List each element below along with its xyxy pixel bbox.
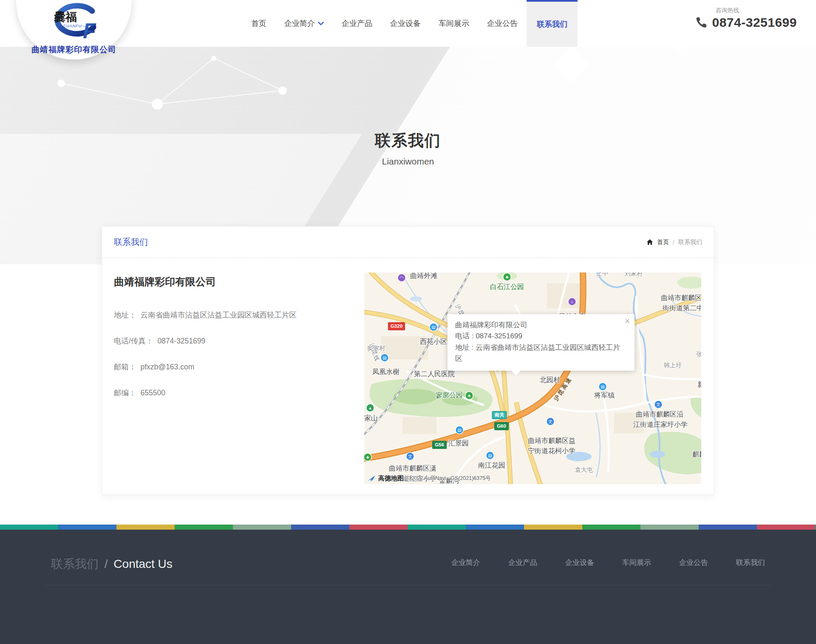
map-label: 汇景园 [448, 439, 469, 448]
contact-row-label: 电话/传真： [114, 337, 153, 345]
nav-item-label: 车间展示 [439, 18, 469, 28]
home-icon [646, 239, 653, 245]
map-label: 西苑小区 [420, 338, 447, 346]
map[interactable]: ◠⌂♣♣♣▲▤▤▤▤▤文文文 曲靖外滩白石江公园居然之家曲靖市麒麟区街街道第二中… [364, 272, 701, 484]
main-nav: 首页企业简介企业产品企业设备车间展示企业公告联系我们 [242, 0, 578, 47]
footer-link-企业设备[interactable]: 企业设备 [565, 558, 594, 567]
map-label: 麒麟 [692, 450, 701, 459]
map-label: 韩上圩 [664, 362, 682, 369]
nav-item-label: 企业公告 [487, 18, 518, 28]
map-label: 北园村 [540, 376, 560, 384]
contact-rows: 地址：云南省曲靖市沾益区沾益工业园区城西轻工片区电话/传真：0874-32516… [114, 310, 347, 398]
nav-item-企业简介[interactable]: 企业简介 [275, 0, 333, 47]
nav-item-企业设备[interactable]: 企业设备 [381, 0, 430, 47]
tree-icon: ♣ [504, 273, 511, 281]
amap-brand: 高德地图 [378, 474, 404, 482]
map-label: 宁街道花柯小学 [528, 447, 575, 455]
tree-icon: ♣ [364, 454, 371, 461]
map-attribution: 高德地图 © 2022 AutoNavi - GS(2021)6375号 [367, 474, 491, 483]
contact-info: 曲靖福牌彩印有限公司 地址：云南省曲靖市沾益区沾益工业园区城西轻工片区电话/传真… [114, 272, 364, 484]
nav-item-企业产品[interactable]: 企业产品 [333, 0, 381, 47]
tree-icon: ♣ [466, 392, 473, 399]
footer-link-企业简介[interactable]: 企业简介 [451, 558, 480, 567]
nav-item-label: 首页 [251, 18, 266, 28]
footer: 联系我们 / Contact Us 企业简介企业产品企业设备车间展示企业公告联系… [0, 530, 816, 644]
school-icon: 文 [547, 418, 554, 425]
amap-logo-icon [367, 474, 376, 483]
info-window-title: 曲靖福牌彩印有限公司 [455, 320, 627, 331]
nav-item-首页[interactable]: 首页 [242, 0, 275, 47]
bridge-icon: ◠ [398, 274, 405, 281]
map-label: G60 [494, 422, 509, 430]
footer-link-企业产品[interactable]: 企业产品 [508, 558, 537, 567]
map-label: 张 [696, 351, 701, 358]
contact-row-label: 地址： [114, 311, 136, 319]
building-icon: ▤ [456, 426, 463, 434]
map-label: 曲靖外滩 [410, 272, 437, 280]
card-header: 联系我们 首页 / 联系我们 [102, 227, 714, 258]
nav-item-label: 联系我们 [537, 19, 567, 29]
footer-link-企业公告[interactable]: 企业公告 [679, 558, 708, 567]
map-label: 第二人民医院 [414, 370, 455, 378]
logo[interactable]: 爨福 —CUANFU— F 曲靖福牌彩印有限公司 [16, 0, 132, 60]
footer-title: 联系我们 / Contact Us [51, 556, 173, 572]
page-title: 联系我们 [0, 130, 816, 151]
map-info-window: × 曲靖福牌彩印有限公司 电话 : 0874-3251699 地址 : 云南省曲… [448, 314, 635, 371]
chevron-down-icon [318, 22, 324, 26]
contact-row-value: 云南省曲靖市沾益区沾益工业园区城西轻工片区 [141, 311, 297, 319]
svg-text:F: F [83, 19, 96, 43]
breadcrumb-home[interactable]: 首页 [657, 238, 669, 246]
hotline-label: 咨询热线 [715, 7, 797, 14]
logo-mark-icon: 爨福 —CUANFU— F [42, 3, 106, 43]
map-label: 曲靖市麒麟区 [661, 294, 701, 302]
footer-title-en: Contact Us [113, 557, 173, 570]
hotline-phone[interactable]: 0874-3251699 [712, 15, 797, 30]
map-label: 江街道庄家圩小学 [633, 420, 688, 429]
contact-row-label: 邮箱： [114, 363, 136, 371]
info-window-phone: 电话 : 0874-3251699 [455, 331, 627, 342]
footer-title-zh: 联系我们 [51, 557, 99, 570]
map-label: 刘家村 [625, 272, 643, 278]
contact-row-value: pfxzb@163.com [141, 363, 195, 371]
footer-divider [46, 585, 770, 585]
building-icon: ▤ [381, 354, 388, 361]
contact-row: 地址：云南省曲靖市沾益区沾益工业园区城西轻工片区 [114, 310, 347, 320]
page-subtitle: Lianxiwomen [0, 156, 816, 167]
breadcrumb: 首页 / 联系我们 [646, 238, 702, 246]
close-icon[interactable]: × [625, 317, 630, 325]
logo-company-name: 曲靖福牌彩印有限公司 [16, 44, 132, 55]
map-copyright: © 2022 AutoNavi - GS(2021)6375号 [406, 475, 491, 482]
contact-row-label: 邮编： [114, 389, 136, 397]
nav-item-label: 企业简介 [284, 18, 315, 28]
map-label: 曲靖市麒麟区沿 [636, 410, 683, 419]
footer-link-车间展示[interactable]: 车间展示 [622, 558, 651, 567]
home-icon: ⌂ [569, 298, 576, 305]
building-icon: ▤ [487, 452, 494, 459]
contact-row: 邮箱：pfxzb@163.com [114, 362, 347, 372]
content-card: 联系我们 首页 / 联系我们 曲靖福牌彩印有限公司 地址：云南省曲靖市沾益区沾益… [102, 226, 714, 495]
nav-item-车间展示[interactable]: 车间展示 [430, 0, 478, 47]
contact-company-name: 曲靖福牌彩印有限公司 [114, 275, 347, 289]
info-window-address: 地址 : 云南省曲靖市沾益区沾益工业园区城西轻工片区 [455, 342, 627, 365]
map-label: 上中 [596, 272, 608, 278]
building-icon: ▤ [599, 383, 606, 390]
contact-row-value: 655500 [141, 389, 165, 397]
footer-link-联系我们[interactable]: 联系我们 [736, 558, 765, 567]
map-label: 将军镇 [594, 391, 615, 400]
nav-item-联系我们[interactable]: 联系我们 [527, 0, 578, 47]
nav-item-企业公告[interactable]: 企业公告 [478, 0, 527, 47]
svg-text:—CUANFU—: —CUANFU— [59, 24, 86, 28]
page: 爨福 —CUANFU— F 曲靖福牌彩印有限公司 首页企业简介企业产品企业设备车… [0, 0, 816, 644]
map-label: G320 [388, 322, 405, 330]
footer-color-stripe [0, 525, 816, 530]
phone-icon [695, 16, 708, 29]
hotline: 咨询热线 0874-3251699 [695, 7, 797, 30]
school-icon: 文 [655, 401, 662, 408]
breadcrumb-separator: / [673, 239, 674, 246]
map-label: 新 [697, 380, 701, 389]
map-label: 南关 [492, 411, 507, 419]
school-icon: 文 [407, 453, 414, 460]
nav-item-label: 企业产品 [342, 18, 372, 28]
building-icon: ▤ [430, 323, 437, 331]
footer-links: 企业简介企业产品企业设备车间展示企业公告联系我们 [451, 558, 765, 567]
